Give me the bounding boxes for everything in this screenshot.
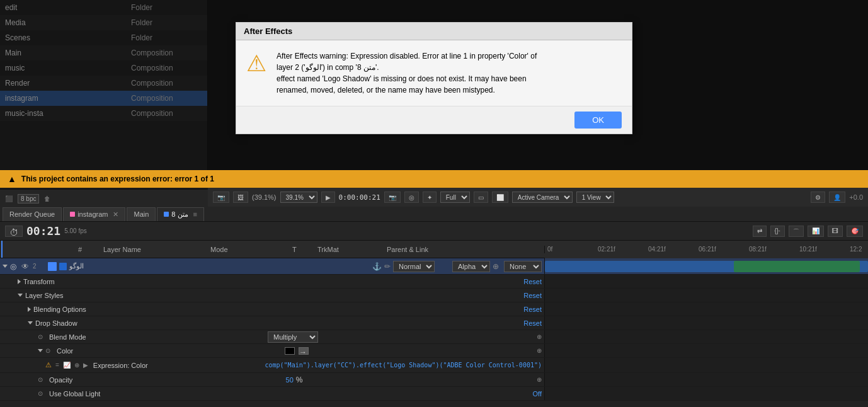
expr-graph-icon: 📈: [63, 362, 71, 369]
fps-display: 5.00 fps: [64, 227, 87, 234]
dialog-title: After Effects: [244, 26, 292, 36]
blending-options-label: Blending Options: [33, 306, 516, 313]
views-dropdown[interactable]: 1 View: [576, 192, 614, 203]
layer-2-pen[interactable]: ✏: [384, 262, 391, 271]
layer-2-vis[interactable]: 👁: [21, 262, 30, 271]
render-button[interactable]: 🎞: [828, 226, 843, 237]
color-swatch[interactable]: [285, 347, 295, 355]
num-col-header: #: [78, 246, 91, 253]
layer-2-anchor[interactable]: ⚓: [372, 262, 382, 271]
effect-button[interactable]: ✦: [423, 192, 437, 203]
expression-color-left: ⚠ = 📈 ⊕ ▶ Expression: Color comp("Main")…: [0, 358, 545, 372]
camera-target-button[interactable]: 🎯: [847, 226, 863, 237]
layer-styles-label: Layer Styles: [25, 292, 516, 299]
transform-reset[interactable]: Reset: [523, 278, 542, 285]
camera-icon-button[interactable]: 📷: [384, 192, 401, 203]
tab-instagram[interactable]: instagram ✕: [63, 207, 125, 221]
motion-blur-button[interactable]: ◎: [404, 192, 419, 203]
color-expand-icon[interactable]: [38, 349, 43, 352]
layer-2-trkmat-dropdown[interactable]: Alpha: [452, 261, 490, 272]
motion-path-button[interactable]: ⌒: [789, 226, 804, 237]
layer-2-parent-dropdown[interactable]: None: [504, 261, 542, 272]
timeline-ruler-area: 0f 02:21f 04:21f 06:21f 08:21f 10:21f 12…: [545, 241, 868, 258]
tab-main[interactable]: Main: [127, 207, 156, 221]
graph-editor-button[interactable]: 📊: [808, 226, 824, 237]
layer-2-num: 2: [33, 263, 45, 270]
color-label: Color: [57, 347, 280, 355]
playback-button[interactable]: ▶: [321, 192, 335, 203]
parent-icon-button[interactable]: ⇄: [753, 226, 767, 237]
ok-button[interactable]: OK: [574, 112, 622, 129]
blend-mode-left: ⊙ Blend Mode Multiply ⊕: [0, 330, 545, 343]
view-dropdown[interactable]: Active Camera: [512, 192, 573, 203]
drop-shadow-right: [545, 316, 868, 330]
drop-shadow-label: Drop Shadow: [35, 319, 516, 327]
transparency-button[interactable]: ⬜: [492, 192, 508, 203]
blend-mode-dropdown[interactable]: Multiply: [268, 331, 318, 343]
snapshot-button[interactable]: 📷: [213, 192, 229, 203]
opacity-value[interactable]: 50: [286, 376, 294, 384]
drop-shadow-row: Drop Shadow Reset: [0, 316, 868, 330]
expr-warning-icon: ⚠: [45, 361, 52, 369]
layer-2-name[interactable]: الوگو: [69, 262, 370, 270]
blend-mode-link-icon: ⊕: [537, 333, 542, 340]
layer-2-mode-dropdown[interactable]: Normal: [393, 261, 435, 272]
transform-left: Transform Reset: [0, 275, 545, 288]
tab-instagram-label: instagram: [77, 210, 108, 218]
layer-styles-left: Layer Styles Reset: [0, 289, 545, 302]
quality-dropdown[interactable]: Full: [440, 192, 470, 203]
viewer-toolbar: 📷 🖼 (39.1%) 39.1% ▶ 0:00:00:21 📷 ◎ ✦ Ful…: [208, 188, 868, 207]
layer-styles-expand-icon[interactable]: [18, 294, 23, 297]
opacity-label: Opacity: [49, 376, 278, 384]
blend-mode-label: Blend Mode: [49, 333, 263, 341]
zoom-dropdown[interactable]: 39.1%: [280, 192, 317, 203]
trash-icon[interactable]: 🗑: [44, 195, 50, 202]
ruler-12-2: 12:2: [850, 246, 868, 253]
region-button[interactable]: ▭: [474, 192, 488, 203]
blending-options-reset[interactable]: Reset: [523, 306, 542, 313]
layer-styles-right: [545, 289, 868, 302]
tab-8-matn-menu[interactable]: ≡: [193, 210, 197, 218]
expr-cycle-icon: ⊕: [74, 362, 79, 369]
bpc-display[interactable]: 8 bpc: [18, 194, 39, 203]
dialog-message: After Effects warning: Expression disabl…: [277, 50, 537, 96]
global-light-cycle-icon: ⊙: [38, 390, 47, 397]
tab-render-queue[interactable]: Render Queue: [3, 207, 62, 221]
drop-shadow-expand-icon[interactable]: [28, 321, 33, 324]
layer-2-expand-icon[interactable]: [3, 265, 8, 268]
blending-options-right: [545, 302, 868, 316]
bottom-toolbar: ⬛ 8 bpc 🗑: [0, 189, 208, 208]
transform-label: Transform: [23, 278, 516, 285]
expr-equals-icon: =: [55, 362, 59, 369]
ruler-04-21f: 04:21f: [648, 246, 699, 253]
layer-styles-row: Layer Styles Reset: [0, 289, 868, 302]
expression-code[interactable]: comp("Main").layer("CC").effect("Logo Sh…: [265, 362, 542, 369]
expressions-button[interactable]: {}·: [770, 226, 785, 237]
drop-shadow-reset[interactable]: Reset: [523, 319, 542, 327]
tab-8-matn[interactable]: 8 متن ≡: [157, 207, 204, 221]
current-time-button[interactable]: ⏱: [5, 226, 23, 237]
user-button[interactable]: 👤: [829, 192, 845, 203]
layer-styles-reset[interactable]: Reset: [523, 292, 542, 299]
use-global-light-label: Use Global Light: [49, 390, 525, 398]
ruler-08-21f: 08:21f: [749, 246, 799, 253]
warning-bar-text: This project contains an expression erro…: [21, 175, 214, 183]
blending-options-left: Blending Options Reset: [0, 302, 545, 316]
show-snapshot-button[interactable]: 🖼: [233, 192, 248, 203]
transform-expand-icon[interactable]: [18, 279, 21, 284]
render-settings-button[interactable]: ⚙: [811, 192, 825, 203]
tab-instagram-dot: [70, 212, 75, 217]
color-link-icon: ⊕: [537, 347, 542, 354]
tab-instagram-close[interactable]: ✕: [113, 210, 118, 219]
layer-2-timeline-bar-green: [734, 261, 860, 272]
layer-2-link-icon: ⊕: [493, 262, 501, 271]
layer-2-solo[interactable]: ◎: [10, 262, 19, 271]
use-global-light-left: ⊙ Use Global Light Off: [0, 387, 545, 400]
tab-8-matn-dot: [164, 212, 169, 217]
blending-options-expand-icon[interactable]: [28, 307, 31, 312]
trkmat-col-header: TrkMat: [317, 246, 374, 253]
use-global-light-right: [545, 387, 868, 400]
layers-area: ◎ 👁 2 الوگو ⚓ ✏ Normal Alpha ⊕ None: [0, 258, 868, 407]
color-arrow-btn[interactable]: →: [299, 347, 309, 355]
warning-bar: ▲ This project contains an expression er…: [0, 170, 868, 188]
